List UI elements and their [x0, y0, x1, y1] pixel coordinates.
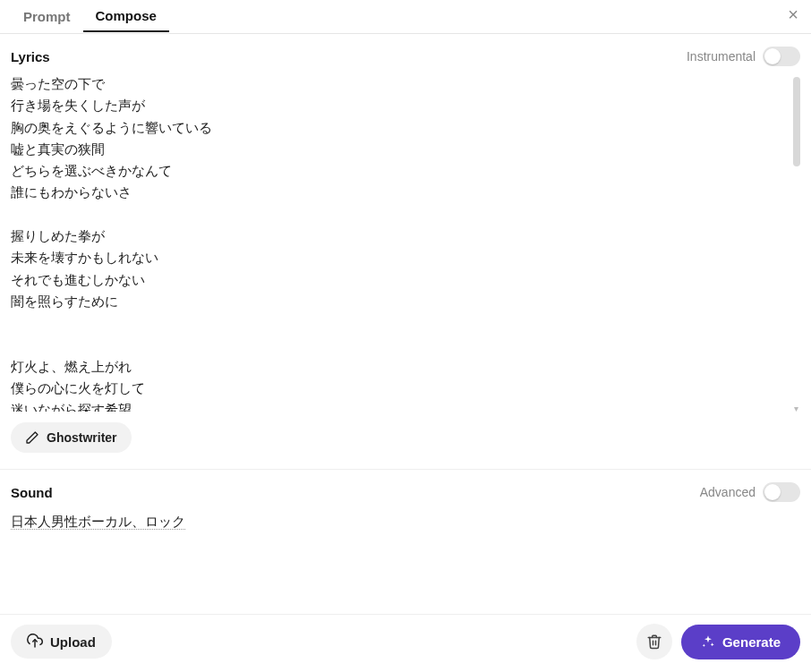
sound-title: Sound [11, 485, 53, 500]
tabs-row: Prompt Compose × [0, 0, 811, 34]
footer-right: Generate [636, 624, 800, 659]
upload-label: Upload [50, 634, 96, 650]
advanced-toggle-group: Advanced [700, 482, 800, 502]
generate-label: Generate [722, 634, 781, 650]
trash-icon [646, 634, 662, 650]
lyrics-section: Lyrics Instrumental 曇った空の下で 行き場を失くした声が 胸… [0, 34, 811, 462]
sparkle-icon [701, 634, 715, 649]
chevron-down-icon[interactable]: ▾ [794, 404, 798, 413]
pen-icon [25, 430, 39, 445]
sound-header: Sound Advanced [11, 482, 800, 502]
upload-icon [27, 634, 43, 650]
generate-button[interactable]: Generate [681, 625, 800, 659]
close-icon[interactable]: × [788, 5, 798, 23]
instrumental-toggle-group: Instrumental [687, 47, 800, 66]
sound-section: Sound Advanced 日本人男性ボーカル、ロック [0, 470, 811, 542]
toggle-knob [764, 484, 781, 500]
lyrics-area: 曇った空の下で 行き場を失くした声が 胸の奥をえぐるように響いている 嘘と真実の… [11, 73, 800, 412]
ghostwriter-button[interactable]: Ghostwriter [11, 422, 132, 453]
ghostwriter-label: Ghostwriter [47, 430, 117, 445]
lyrics-scrollbar[interactable] [793, 77, 800, 166]
sound-input[interactable]: 日本人男性ボーカル、ロック [11, 514, 185, 530]
advanced-label: Advanced [700, 485, 756, 499]
lyrics-title: Lyrics [11, 49, 50, 64]
tab-prompt[interactable]: Prompt [11, 2, 83, 31]
lyrics-textarea[interactable]: 曇った空の下で 行き場を失くした声が 胸の奥をえぐるように響いている 嘘と真実の… [11, 73, 800, 412]
tab-compose[interactable]: Compose [83, 1, 169, 32]
instrumental-label: Instrumental [687, 49, 756, 64]
trash-button[interactable] [636, 624, 672, 659]
advanced-toggle[interactable] [763, 482, 800, 502]
lyrics-header: Lyrics Instrumental [11, 47, 800, 66]
upload-button[interactable]: Upload [11, 625, 112, 659]
footer: Upload Generate [0, 614, 811, 672]
instrumental-toggle[interactable] [763, 47, 800, 66]
toggle-knob [764, 48, 781, 64]
